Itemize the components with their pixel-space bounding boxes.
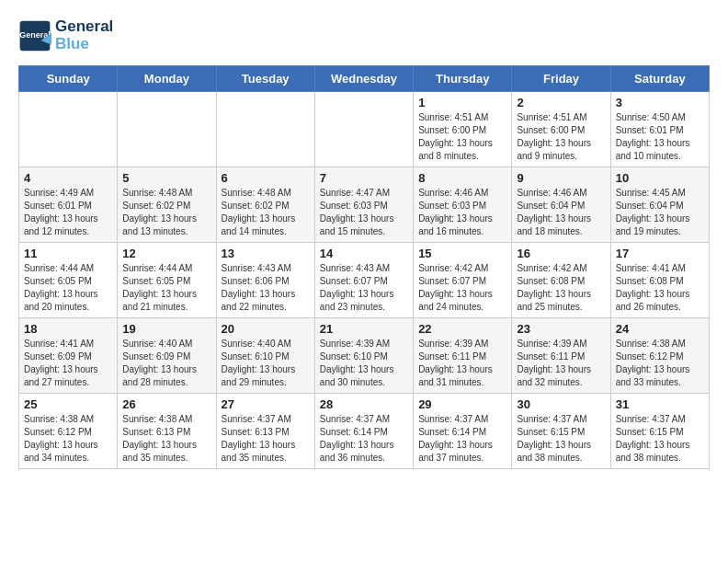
day-info: Sunrise: 4:44 AM Sunset: 6:05 PM Dayligh…: [24, 262, 112, 314]
calendar-week-row: 11Sunrise: 4:44 AM Sunset: 6:05 PM Dayli…: [19, 243, 710, 318]
day-number: 11: [24, 247, 112, 260]
day-number: 19: [122, 322, 210, 336]
day-info: Sunrise: 4:37 AM Sunset: 6:14 PM Dayligh…: [320, 413, 408, 465]
day-number: 17: [616, 247, 704, 260]
day-number: 23: [517, 322, 605, 336]
day-info: Sunrise: 4:45 AM Sunset: 6:04 PM Dayligh…: [616, 187, 704, 238]
calendar-cell: [19, 92, 118, 167]
calendar-cell: 8Sunrise: 4:46 AM Sunset: 6:03 PM Daylig…: [414, 167, 512, 243]
day-number: 6: [222, 171, 310, 185]
day-info: Sunrise: 4:39 AM Sunset: 6:11 PM Dayligh…: [418, 338, 506, 389]
calendar-cell: [118, 92, 216, 167]
day-number: 10: [616, 171, 704, 185]
calendar-header-wednesday: Wednesday: [314, 66, 413, 92]
day-number: 2: [517, 96, 605, 109]
calendar-cell: 16Sunrise: 4:42 AM Sunset: 6:08 PM Dayli…: [512, 243, 610, 318]
calendar-cell: [216, 92, 314, 167]
day-info: Sunrise: 4:39 AM Sunset: 6:11 PM Dayligh…: [517, 338, 605, 389]
calendar-week-row: 25Sunrise: 4:38 AM Sunset: 6:12 PM Dayli…: [19, 394, 710, 469]
day-number: 31: [616, 397, 704, 411]
calendar-cell: 28Sunrise: 4:37 AM Sunset: 6:14 PM Dayli…: [314, 394, 413, 469]
day-info: Sunrise: 4:44 AM Sunset: 6:05 PM Dayligh…: [122, 262, 210, 314]
day-number: 7: [320, 171, 408, 185]
calendar-cell: 4Sunrise: 4:49 AM Sunset: 6:01 PM Daylig…: [19, 167, 118, 243]
day-info: Sunrise: 4:51 AM Sunset: 6:00 PM Dayligh…: [517, 111, 605, 163]
calendar-cell: 23Sunrise: 4:39 AM Sunset: 6:11 PM Dayli…: [512, 318, 610, 394]
day-info: Sunrise: 4:41 AM Sunset: 6:09 PM Dayligh…: [24, 338, 112, 389]
day-info: Sunrise: 4:46 AM Sunset: 6:04 PM Dayligh…: [517, 187, 605, 238]
calendar-cell: 11Sunrise: 4:44 AM Sunset: 6:05 PM Dayli…: [19, 243, 118, 318]
calendar-cell: 6Sunrise: 4:48 AM Sunset: 6:02 PM Daylig…: [216, 167, 314, 243]
calendar-week-row: 4Sunrise: 4:49 AM Sunset: 6:01 PM Daylig…: [19, 167, 710, 243]
day-number: 8: [418, 171, 506, 185]
calendar-cell: [314, 92, 413, 167]
calendar-header-saturday: Saturday: [610, 66, 709, 92]
calendar-header-tuesday: Tuesday: [216, 66, 314, 92]
calendar-cell: 26Sunrise: 4:38 AM Sunset: 6:13 PM Dayli…: [118, 394, 216, 469]
calendar-week-row: 18Sunrise: 4:41 AM Sunset: 6:09 PM Dayli…: [19, 318, 710, 394]
day-number: 13: [222, 247, 310, 260]
day-info: Sunrise: 4:40 AM Sunset: 6:10 PM Dayligh…: [222, 338, 310, 389]
day-info: Sunrise: 4:43 AM Sunset: 6:07 PM Dayligh…: [320, 262, 408, 314]
day-info: Sunrise: 4:42 AM Sunset: 6:07 PM Dayligh…: [418, 262, 506, 314]
calendar-cell: 24Sunrise: 4:38 AM Sunset: 6:12 PM Dayli…: [610, 318, 709, 394]
day-number: 29: [418, 397, 506, 411]
calendar-cell: 27Sunrise: 4:37 AM Sunset: 6:13 PM Dayli…: [216, 394, 314, 469]
day-number: 18: [24, 322, 112, 336]
header: General General Blue: [18, 18, 710, 52]
day-info: Sunrise: 4:42 AM Sunset: 6:08 PM Dayligh…: [517, 262, 605, 314]
day-info: Sunrise: 4:47 AM Sunset: 6:03 PM Dayligh…: [320, 187, 408, 238]
day-info: Sunrise: 4:50 AM Sunset: 6:01 PM Dayligh…: [616, 111, 704, 163]
day-number: 28: [320, 397, 408, 411]
logo-icon: General: [18, 19, 51, 52]
logo-text-general: General: [55, 18, 113, 36]
calendar-cell: 15Sunrise: 4:42 AM Sunset: 6:07 PM Dayli…: [414, 243, 512, 318]
day-info: Sunrise: 4:37 AM Sunset: 6:13 PM Dayligh…: [222, 413, 310, 465]
calendar-cell: 3Sunrise: 4:50 AM Sunset: 6:01 PM Daylig…: [610, 92, 709, 167]
calendar-cell: 17Sunrise: 4:41 AM Sunset: 6:08 PM Dayli…: [610, 243, 709, 318]
day-info: Sunrise: 4:51 AM Sunset: 6:00 PM Dayligh…: [418, 111, 506, 163]
day-info: Sunrise: 4:38 AM Sunset: 6:13 PM Dayligh…: [122, 413, 210, 465]
calendar-cell: 9Sunrise: 4:46 AM Sunset: 6:04 PM Daylig…: [512, 167, 610, 243]
day-info: Sunrise: 4:43 AM Sunset: 6:06 PM Dayligh…: [222, 262, 310, 314]
day-number: 25: [24, 397, 112, 411]
day-number: 14: [320, 247, 408, 260]
page: General General Blue SundayMondayTuesday…: [0, 0, 728, 478]
calendar-header-friday: Friday: [512, 66, 610, 92]
day-info: Sunrise: 4:46 AM Sunset: 6:03 PM Dayligh…: [418, 187, 506, 238]
day-number: 20: [222, 322, 310, 336]
day-number: 22: [418, 322, 506, 336]
calendar-week-row: 1Sunrise: 4:51 AM Sunset: 6:00 PM Daylig…: [19, 92, 710, 167]
calendar-cell: 7Sunrise: 4:47 AM Sunset: 6:03 PM Daylig…: [314, 167, 413, 243]
day-number: 5: [122, 171, 210, 185]
calendar-cell: 29Sunrise: 4:37 AM Sunset: 6:14 PM Dayli…: [414, 394, 512, 469]
day-number: 4: [24, 171, 112, 185]
calendar-cell: 14Sunrise: 4:43 AM Sunset: 6:07 PM Dayli…: [314, 243, 413, 318]
calendar-cell: 1Sunrise: 4:51 AM Sunset: 6:00 PM Daylig…: [414, 92, 512, 167]
day-info: Sunrise: 4:41 AM Sunset: 6:08 PM Dayligh…: [616, 262, 704, 314]
day-info: Sunrise: 4:49 AM Sunset: 6:01 PM Dayligh…: [24, 187, 112, 238]
day-info: Sunrise: 4:37 AM Sunset: 6:14 PM Dayligh…: [418, 413, 506, 465]
day-number: 26: [122, 397, 210, 411]
day-info: Sunrise: 4:37 AM Sunset: 6:15 PM Dayligh…: [517, 413, 605, 465]
calendar-cell: 5Sunrise: 4:48 AM Sunset: 6:02 PM Daylig…: [118, 167, 216, 243]
calendar-cell: 22Sunrise: 4:39 AM Sunset: 6:11 PM Dayli…: [414, 318, 512, 394]
day-number: 3: [616, 96, 704, 109]
day-number: 30: [517, 397, 605, 411]
day-info: Sunrise: 4:48 AM Sunset: 6:02 PM Dayligh…: [222, 187, 310, 238]
calendar-table: SundayMondayTuesdayWednesdayThursdayFrid…: [18, 65, 710, 469]
calendar-header-sunday: Sunday: [19, 66, 118, 92]
calendar-cell: 2Sunrise: 4:51 AM Sunset: 6:00 PM Daylig…: [512, 92, 610, 167]
day-info: Sunrise: 4:39 AM Sunset: 6:10 PM Dayligh…: [320, 338, 408, 389]
logo: General General Blue: [18, 18, 113, 52]
calendar-cell: 20Sunrise: 4:40 AM Sunset: 6:10 PM Dayli…: [216, 318, 314, 394]
day-number: 21: [320, 322, 408, 336]
day-info: Sunrise: 4:48 AM Sunset: 6:02 PM Dayligh…: [122, 187, 210, 238]
calendar-cell: 13Sunrise: 4:43 AM Sunset: 6:06 PM Dayli…: [216, 243, 314, 318]
day-info: Sunrise: 4:38 AM Sunset: 6:12 PM Dayligh…: [24, 413, 112, 465]
calendar-cell: 30Sunrise: 4:37 AM Sunset: 6:15 PM Dayli…: [512, 394, 610, 469]
day-number: 15: [418, 247, 506, 260]
calendar-header-thursday: Thursday: [414, 66, 512, 92]
day-number: 9: [517, 171, 605, 185]
calendar-cell: 19Sunrise: 4:40 AM Sunset: 6:09 PM Dayli…: [118, 318, 216, 394]
